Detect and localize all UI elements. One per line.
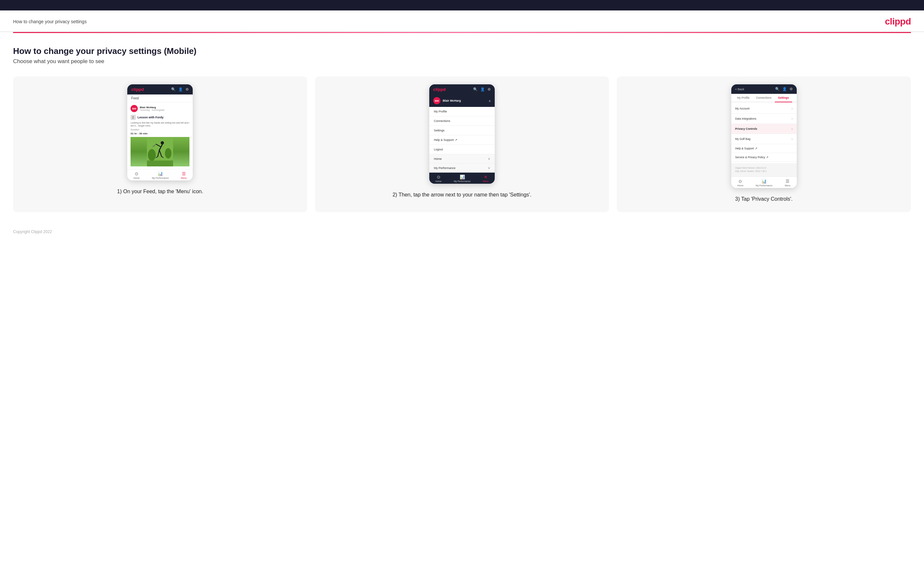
user-icon3: 👤 — [782, 87, 787, 91]
menu-expand-icon: ∧ — [488, 99, 491, 103]
settings-help-support[interactable]: Help & Support ↗ — [731, 144, 797, 153]
duration-label: Duration — [131, 129, 189, 131]
step-1-phone: clippd 🔍 👤 ⚙ Feed BM Blair McHarg — [127, 84, 193, 181]
page-heading: How to change your privacy settings (Mob… — [13, 46, 911, 56]
settings-icon2: ⚙ — [488, 87, 491, 92]
phone2-bottom-close: ✕ Menu — [483, 174, 489, 182]
settings-data-integrations[interactable]: Data Integrations › — [731, 114, 797, 124]
phone1-nav-icons: 🔍 👤 ⚙ — [171, 87, 189, 92]
post-time: Yesterday · Sunningdale — [140, 109, 165, 111]
menu-settings[interactable]: Settings — [429, 126, 495, 135]
golf-bag-arrow: › — [792, 137, 793, 141]
phone3-menu-label: Menu — [785, 184, 790, 187]
menu-label: Menu — [181, 177, 187, 179]
phone1-logo: clippd — [131, 87, 144, 92]
menu-user-name: Blair McHarg — [443, 99, 461, 102]
step-3-description: 3) Tap 'Privacy Controls'. — [735, 195, 793, 203]
settings-my-account[interactable]: My Account › — [731, 104, 797, 114]
page-subheading: Choose what you want people to see — [13, 58, 911, 65]
user-icon: 👤 — [178, 87, 183, 92]
lesson-icon: 🏌 — [131, 115, 136, 120]
my-account-label: My Account — [735, 107, 750, 110]
menu-user-info: BM Blair McHarg — [433, 97, 461, 104]
gql-version: GQL Server Version: 2022.7.30-1 — [735, 170, 793, 173]
tab-settings[interactable]: Settings — [775, 94, 793, 102]
settings-icon3: ⚙ — [790, 87, 793, 91]
phone1-post: BM Blair McHarg Yesterday · Sunningdale … — [127, 102, 193, 169]
step-1-card: clippd 🔍 👤 ⚙ Feed BM Blair McHarg — [13, 76, 307, 212]
settings-service-privacy[interactable]: Service & Privacy Policy ↗ — [731, 153, 797, 162]
steps-row: clippd 🔍 👤 ⚙ Feed BM Blair McHarg — [13, 76, 911, 212]
phone3-perf-icon: 📊 — [761, 179, 767, 184]
bottom-menu: ☰ Menu — [181, 171, 187, 179]
lesson-header: 🏌 Lesson with Fordy — [131, 113, 189, 121]
version-info: Clippd Client Version: 2022.8.3-3 GQL Se… — [731, 163, 797, 177]
data-integrations-arrow: › — [792, 116, 793, 121]
menu-section-home[interactable]: Home ∨ — [429, 154, 495, 163]
tab-connections[interactable]: Connections — [753, 94, 774, 102]
search-icon3: 🔍 — [775, 87, 780, 91]
phone3-home-label: Home — [737, 184, 743, 187]
phone3-menu-icon: ☰ — [786, 179, 790, 184]
close-icon: ✕ — [484, 174, 488, 179]
lesson-title: Lesson with Fordy — [137, 116, 163, 119]
help-support-label: Help & Support ↗ — [735, 147, 758, 150]
phone2-close-label: Menu — [483, 180, 489, 182]
search-icon2: 🔍 — [473, 87, 478, 92]
phone3-home-icon: ⊙ — [738, 179, 742, 184]
performance-icon: 📊 — [158, 171, 163, 176]
header-title: How to change your privacy settings — [13, 19, 87, 24]
tab-my-profile[interactable]: My Profile — [734, 94, 753, 102]
back-button[interactable]: < Back — [735, 88, 745, 91]
main-content: How to change your privacy settings (Mob… — [0, 33, 924, 219]
menu-logout[interactable]: Logout — [429, 145, 495, 154]
post-header: BM Blair McHarg Yesterday · Sunningdale — [131, 105, 189, 112]
phone2-perf-icon: 📊 — [460, 174, 465, 179]
step-3-card: < Back 🔍 👤 ⚙ My Profile Connections Sett… — [617, 76, 911, 212]
privacy-controls-label: Privacy Controls — [735, 127, 758, 131]
duration-value: 01 hr : 30 min — [131, 132, 189, 135]
header: How to change your privacy settings clip… — [0, 10, 924, 32]
svg-point-3 — [165, 148, 171, 158]
feed-tab: Feed — [127, 95, 193, 102]
svg-point-2 — [148, 149, 156, 161]
phone3-bottom-home: ⊙ Home — [737, 179, 743, 187]
my-account-arrow: › — [792, 106, 793, 111]
menu-avatar: BM — [433, 97, 440, 104]
phone1-nav: clippd 🔍 👤 ⚙ — [127, 84, 193, 95]
phone3-nav: < Back 🔍 👤 ⚙ — [731, 84, 797, 94]
client-version: Clippd Client Version: 2022.8.3-3 — [735, 166, 793, 170]
menu-items-list: My Profile Connections Settings Help & S… — [429, 107, 495, 154]
menu-connections[interactable]: Connections — [429, 116, 495, 126]
phone3-perf-label: My Performance — [756, 184, 772, 187]
section-performance-chevron: ∨ — [488, 166, 490, 170]
privacy-controls-arrow: › — [792, 127, 793, 131]
menu-section-performance[interactable]: My Performance ∨ — [429, 163, 495, 172]
phone2-bottom-bar: ⊙ Home 📊 My Performance ✕ Menu — [429, 172, 495, 184]
home-icon: ⊙ — [135, 171, 138, 176]
golfer-image — [131, 137, 189, 166]
phone2-perf-label: My Performance — [454, 180, 470, 182]
step-2-description: 2) Then, tap the arrow next to your name… — [393, 191, 532, 199]
phone2-nav-icons: 🔍 👤 ⚙ — [473, 87, 491, 92]
post-author: Blair McHarg — [140, 106, 165, 109]
settings-list: My Account › Data Integrations › Privacy… — [731, 102, 797, 163]
phone2-logo: clippd — [433, 87, 446, 92]
golf-bag-label: My Golf Bag — [735, 137, 751, 140]
golfer-svg — [147, 137, 173, 166]
copyright: Copyright Clippd 2022 — [13, 229, 52, 234]
phone3-bottom-bar: ⊙ Home 📊 My Performance ☰ Menu — [731, 177, 797, 188]
phone2-bottom-performance: 📊 My Performance — [454, 174, 470, 182]
settings-privacy-controls[interactable]: Privacy Controls › — [731, 124, 797, 134]
data-integrations-label: Data Integrations — [735, 117, 756, 120]
section-performance-label: My Performance — [434, 166, 456, 170]
settings-golf-bag[interactable]: My Golf Bag › — [731, 134, 797, 144]
menu-my-profile[interactable]: My Profile — [429, 107, 495, 116]
phone3-nav-icons: 🔍 👤 ⚙ — [775, 87, 793, 91]
phone1-bottom-bar: ⊙ Home 📊 My Performance ☰ Menu — [127, 169, 193, 181]
user-icon2: 👤 — [480, 87, 485, 92]
service-privacy-label: Service & Privacy Policy ↗ — [735, 156, 769, 159]
menu-help-support[interactable]: Help & Support ↗ — [429, 135, 495, 145]
performance-label: My Performance — [152, 177, 168, 179]
phone2-nav: clippd 🔍 👤 ⚙ — [429, 84, 495, 95]
